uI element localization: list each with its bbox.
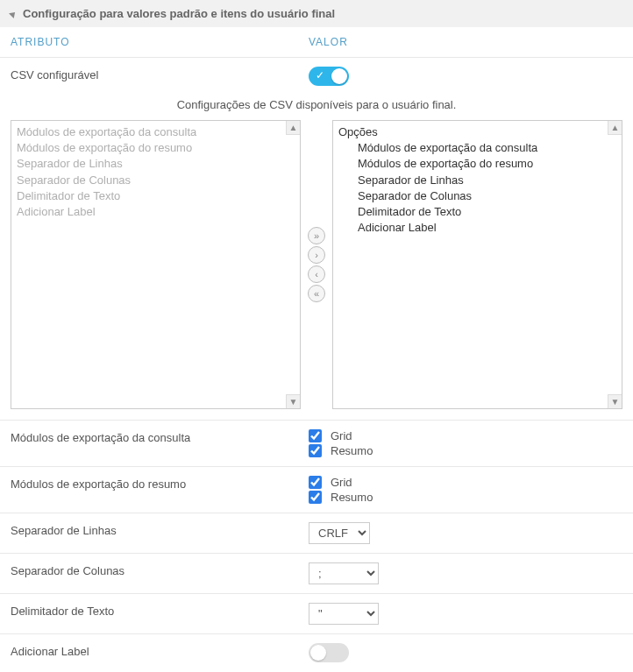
- checkbox-label: Grid: [331, 429, 373, 442]
- csv-configurable-label: CSV configurável: [11, 67, 309, 81]
- sep-linhas-select[interactable]: CRLF: [309, 522, 370, 544]
- move-right-button[interactable]: ›: [308, 246, 325, 264]
- header-value: VALOR: [309, 36, 622, 48]
- delim-texto-select[interactable]: ": [309, 603, 379, 625]
- mod-consulta-resumo-checkbox[interactable]: [309, 444, 322, 457]
- list-item[interactable]: Separador de Linhas: [17, 156, 295, 172]
- row-sep-colunas: Separador de Colunas ;: [0, 553, 633, 593]
- available-listbox[interactable]: Módulos de exportação da consulta Módulo…: [11, 120, 301, 409]
- collapse-icon: [9, 10, 18, 18]
- row-add-label: Adicionar Label: [0, 633, 633, 671]
- checkbox-label: Grid: [331, 476, 373, 489]
- selected-listbox[interactable]: Opções Módulos de exportação da consulta…: [332, 120, 622, 409]
- list-item[interactable]: Separador de Colunas: [17, 173, 295, 188]
- mod-consulta-label: Módulos de exportação da consulta: [11, 429, 309, 444]
- list-item[interactable]: Módulos de exportação do resumo: [338, 156, 616, 172]
- add-label-label: Adicionar Label: [11, 643, 309, 658]
- mod-resumo-resumo-checkbox[interactable]: [309, 491, 322, 504]
- move-all-right-button[interactable]: »: [308, 227, 325, 244]
- toggle-knob: [310, 645, 326, 661]
- sep-colunas-label: Separador de Colunas: [11, 562, 309, 577]
- column-headers: ATRIBUTO VALOR: [0, 27, 633, 57]
- scroll-down-icon[interactable]: ▼: [608, 394, 622, 408]
- panel-header[interactable]: Configuração para valores padrão e itens…: [0, 0, 633, 27]
- mod-resumo-label: Módulos de exportação do resumo: [11, 476, 309, 491]
- row-mod-resumo: Módulos de exportação do resumo Grid Res…: [0, 466, 633, 513]
- check-icon: ✓: [316, 69, 324, 81]
- row-delim-texto: Delimitador de Texto ": [0, 593, 633, 633]
- transfer-buttons: » › ‹ «: [308, 227, 325, 302]
- scroll-up-icon[interactable]: ▲: [286, 121, 300, 135]
- list-item[interactable]: Adicionar Label: [338, 220, 616, 236]
- checkbox-label: Resumo: [331, 491, 373, 504]
- list-item[interactable]: Delimitador de Texto: [17, 188, 295, 204]
- move-all-left-button[interactable]: «: [308, 285, 325, 302]
- dual-list-subtitle: Configurações de CSV disponíveis para o …: [0, 95, 633, 120]
- list-item[interactable]: Adicionar Label: [17, 204, 295, 220]
- panel-title: Configuração para valores padrão e itens…: [23, 7, 335, 20]
- dual-list-container: Módulos de exportação da consulta Módulo…: [0, 120, 633, 420]
- header-attribute: ATRIBUTO: [11, 36, 309, 48]
- list-item[interactable]: Separador de Colunas: [338, 188, 616, 204]
- sep-colunas-select[interactable]: ;: [309, 562, 379, 584]
- delim-texto-label: Delimitador de Texto: [11, 603, 309, 618]
- scroll-up-icon[interactable]: ▲: [608, 121, 622, 135]
- csv-configurable-toggle[interactable]: ✓: [309, 67, 349, 86]
- list-item-root[interactable]: Opções: [338, 124, 616, 140]
- mod-consulta-grid-checkbox[interactable]: [309, 429, 322, 442]
- scroll-down-icon[interactable]: ▼: [286, 394, 300, 408]
- add-label-toggle[interactable]: [309, 643, 349, 662]
- row-mod-consulta: Módulos de exportação da consulta Grid R…: [0, 420, 633, 466]
- mod-resumo-grid-checkbox[interactable]: [309, 476, 322, 489]
- list-item[interactable]: Módulos de exportação da consulta: [17, 124, 295, 140]
- checkbox-label: Resumo: [331, 444, 373, 457]
- list-item[interactable]: Separador de Linhas: [338, 173, 616, 188]
- list-item[interactable]: Delimitador de Texto: [338, 204, 616, 220]
- move-left-button[interactable]: ‹: [308, 265, 325, 283]
- list-item[interactable]: Módulos de exportação do resumo: [17, 140, 295, 156]
- sep-linhas-label: Separador de Linhas: [11, 522, 309, 537]
- list-item[interactable]: Módulos de exportação da consulta: [338, 140, 616, 156]
- row-sep-linhas: Separador de Linhas CRLF: [0, 513, 633, 553]
- row-csv-configurable: CSV configurável ✓: [0, 57, 633, 95]
- toggle-knob: [331, 68, 347, 84]
